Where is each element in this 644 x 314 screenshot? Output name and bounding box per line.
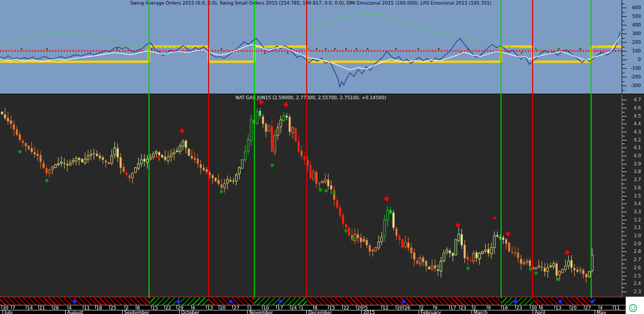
month-label: November — [249, 310, 273, 314]
day-tick — [83, 305, 83, 309]
candle — [182, 139, 184, 151]
candle — [7, 112, 9, 125]
candle — [493, 232, 495, 254]
candle — [173, 148, 175, 160]
order-blip-green — [151, 48, 153, 50]
day-tick — [95, 305, 96, 309]
day-tick — [68, 305, 68, 309]
day-tick — [584, 305, 584, 309]
candle — [93, 149, 95, 160]
day-tick — [433, 305, 434, 309]
price-axis-tick — [622, 168, 625, 168]
candle — [479, 252, 481, 265]
candle — [568, 255, 570, 269]
candle — [1, 111, 3, 115]
price-axis-label: 2.4 — [625, 281, 641, 286]
candle — [250, 115, 252, 146]
price-axis-label: 4.6 — [625, 105, 641, 110]
day-tick — [420, 305, 420, 309]
candle — [425, 260, 427, 272]
candle — [416, 257, 418, 265]
sell-signal-diamond — [283, 102, 289, 107]
order-dot — [72, 299, 77, 304]
day-label: 28 — [53, 305, 58, 310]
indicator-axis-label: 100 — [625, 48, 641, 53]
candle — [229, 177, 231, 182]
candle — [562, 269, 564, 273]
day-tick — [396, 305, 396, 309]
month-separator — [247, 310, 248, 314]
candle — [167, 151, 169, 164]
price-axis-tick — [622, 104, 625, 104]
price-axis-label: 2.3 — [625, 289, 641, 294]
candle — [40, 151, 42, 168]
candle — [476, 250, 478, 262]
month-separator — [179, 310, 180, 314]
day-label: 25 — [110, 305, 116, 310]
candle — [336, 196, 338, 209]
indicator-axis-label: 0 — [625, 57, 641, 62]
day-tick — [554, 305, 555, 309]
sell-signal-diamond — [157, 156, 161, 159]
day-label: 27 — [233, 305, 239, 310]
candle — [461, 229, 463, 248]
candle — [413, 248, 415, 266]
order-dot — [228, 299, 233, 304]
candle — [428, 266, 430, 270]
day-tick — [206, 305, 207, 309]
candle — [466, 253, 469, 266]
candle — [315, 170, 317, 188]
candle — [517, 248, 519, 263]
signal-line-green — [254, 0, 255, 305]
candle — [487, 243, 489, 256]
candle — [588, 271, 590, 277]
day-tick — [613, 305, 613, 309]
candle — [490, 243, 492, 259]
candle — [304, 152, 306, 165]
candlestick-plot — [0, 94, 622, 298]
day-tick — [449, 305, 450, 309]
candle — [232, 178, 235, 184]
candle — [226, 176, 228, 189]
day-tick — [382, 305, 382, 309]
candle — [90, 149, 92, 160]
candle — [369, 243, 371, 256]
day-tick — [328, 305, 329, 309]
candle — [212, 174, 214, 184]
candle — [280, 116, 282, 133]
order-blip-green — [325, 48, 327, 50]
signal-line-green — [591, 0, 592, 305]
indicator-axis-tick — [622, 81, 625, 82]
candle — [259, 108, 261, 119]
order-blip-green — [345, 48, 347, 50]
day-label: 23 — [460, 305, 466, 310]
day-tick — [539, 305, 540, 309]
order-dot — [401, 299, 406, 304]
indicator-axis-tick — [622, 4, 625, 4]
candle — [360, 234, 362, 248]
order-dot — [558, 299, 563, 304]
day-label: 13 — [555, 305, 561, 310]
indicator-axis-label: 600 — [625, 5, 641, 10]
day-label: 15 — [152, 305, 158, 310]
candle — [223, 179, 225, 192]
candle — [330, 181, 332, 194]
system-status-smiley-icon[interactable] — [629, 304, 637, 312]
candle — [552, 261, 554, 269]
indicator-axis-label: -100 — [625, 66, 641, 71]
day-label: 1 — [301, 305, 304, 310]
indicator-axis-label: -300 — [625, 83, 641, 88]
candle — [366, 238, 368, 248]
day-tick — [38, 305, 39, 309]
day-tick — [356, 305, 357, 309]
sell-signal-diamond — [384, 196, 390, 202]
candle — [191, 150, 193, 160]
price-axis-tick — [622, 272, 625, 272]
candle — [19, 131, 21, 142]
day-label: 13 — [207, 305, 213, 310]
day-tick — [2, 305, 2, 309]
candle — [544, 263, 546, 277]
price-axis-tick — [622, 152, 625, 152]
candle — [586, 273, 588, 282]
candle — [496, 232, 499, 238]
